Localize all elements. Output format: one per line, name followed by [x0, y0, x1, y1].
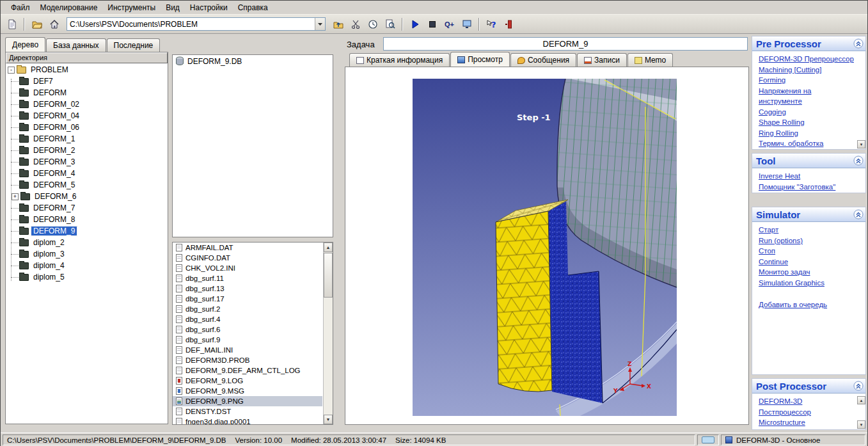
- file-item[interactable]: DENSTY.DST: [173, 406, 322, 417]
- file-item-label[interactable]: dbg_surf.13: [185, 285, 225, 292]
- menu-item[interactable]: Вид: [161, 2, 185, 13]
- file-item[interactable]: dbg_surf.17: [173, 294, 322, 304]
- exit-button[interactable]: [501, 17, 516, 31]
- collapse-chevron-icon[interactable]: [853, 209, 864, 219]
- tree-item[interactable]: diplom_4: [6, 260, 168, 271]
- up-one-level-button[interactable]: [331, 17, 345, 31]
- tree-item-label[interactable]: DEFORM_6: [33, 192, 78, 201]
- file-item[interactable]: DEFORM_9.MSG: [173, 386, 322, 396]
- tree-expand-icon[interactable]: [12, 193, 19, 200]
- menu-item[interactable]: Моделирование: [35, 2, 103, 13]
- panel-link[interactable]: Добавить в очередь: [759, 299, 827, 310]
- file-item[interactable]: dbg_surf.4: [173, 314, 322, 324]
- file-item-label[interactable]: DEFORM_9.MSG: [185, 387, 244, 395]
- tree-item-label[interactable]: DEFORM_06: [31, 123, 81, 132]
- menu-item[interactable]: Инструменты: [102, 2, 161, 13]
- tree-item-label[interactable]: DEFORM_2: [31, 146, 77, 155]
- panel-link[interactable]: DEFORM-3D Постпроцессор: [759, 396, 856, 417]
- file-item-label[interactable]: DEFORM_9.DEF_ARM_CTL_LOG: [185, 367, 301, 374]
- file-item[interactable]: dbg_surf.2: [173, 304, 322, 314]
- tree-item-label[interactable]: DEFORM_7: [31, 203, 77, 212]
- panel-link[interactable]: Forming: [759, 75, 785, 86]
- file-item[interactable]: dbg_surf.13: [173, 283, 322, 294]
- section-scroll-down-button[interactable]: ▼: [857, 140, 865, 148]
- tree-item[interactable]: diplom_3: [6, 248, 168, 260]
- tree-item-label[interactable]: DEFORM_8: [31, 215, 77, 224]
- tree-item[interactable]: DEFORM: [6, 87, 168, 99]
- cut-button[interactable]: [348, 17, 363, 31]
- file-list-scrollbar[interactable]: ▲ ▼: [323, 243, 333, 424]
- file-item-label[interactable]: DEFORM_9.PNG: [185, 397, 244, 405]
- tree-item[interactable]: DEFORM_3: [6, 156, 168, 168]
- tree-item-label[interactable]: DEFORM_04: [31, 111, 81, 120]
- file-item[interactable]: DEF_MAIL.INI: [173, 345, 322, 355]
- tree-item[interactable]: DEFORM_1: [6, 133, 168, 145]
- tree-item-label[interactable]: diplom_4: [31, 261, 67, 270]
- file-item-label[interactable]: dbg_surf.17: [185, 295, 225, 303]
- panel-link[interactable]: Simulation Graphics: [759, 278, 825, 289]
- tree-collapse-icon[interactable]: [8, 67, 15, 74]
- file-item-label[interactable]: ARMFAIL.DAT: [185, 244, 233, 251]
- tree-item-label[interactable]: diplom_3: [31, 250, 67, 259]
- tree-item[interactable]: DEFORM_4: [6, 168, 168, 179]
- tree-item[interactable]: DEFORM_04: [6, 110, 168, 122]
- panel-link[interactable]: Ring Rolling: [759, 128, 798, 139]
- view-tab[interactable]: Краткая информация: [349, 53, 450, 67]
- file-item[interactable]: fngen3d.diag.p0001: [173, 417, 322, 424]
- context-help-button[interactable]: ?: [484, 17, 499, 31]
- tree-item-label[interactable]: DEFORM_02: [31, 100, 81, 109]
- panel-link[interactable]: Cogging: [759, 107, 786, 118]
- section-header[interactable]: Simulator: [752, 207, 865, 222]
- file-item-label[interactable]: CHK_VOL2.INI: [185, 264, 235, 272]
- simulation-time-button[interactable]: [365, 17, 380, 31]
- collapse-chevron-icon[interactable]: [853, 381, 864, 391]
- panel-link[interactable]: Machining [Cutting]: [759, 65, 821, 76]
- collapse-chevron-icon[interactable]: [853, 38, 864, 49]
- file-item[interactable]: CGINFO.DAT: [173, 253, 322, 263]
- preview-button[interactable]: [383, 17, 397, 31]
- panel-link[interactable]: Shape Rolling: [759, 117, 805, 128]
- section-header[interactable]: Post Processor: [752, 379, 865, 394]
- file-item-label[interactable]: dbg_surf.9: [185, 336, 220, 344]
- tree-item[interactable]: DEFORM_6: [6, 191, 168, 202]
- scroll-down-button[interactable]: ▼: [324, 415, 333, 424]
- panel-link[interactable]: Старт: [759, 225, 778, 235]
- file-item[interactable]: DEFORM3D.PROB: [173, 355, 322, 365]
- tree-item-label[interactable]: DEFORM_1: [31, 134, 77, 143]
- menu-item[interactable]: Настройки: [185, 2, 233, 13]
- database-item[interactable]: DEFORM_9.DB: [173, 55, 333, 67]
- scroll-thumb[interactable]: [324, 253, 333, 298]
- run-button[interactable]: [407, 17, 422, 31]
- tree-column-header[interactable]: Директория: [6, 52, 168, 63]
- tree-item-label[interactable]: DEFORM: [31, 88, 68, 97]
- file-item[interactable]: CHK_VOL2.INI: [173, 263, 322, 273]
- path-combobox[interactable]: C:\Users\PSV\Documents\PROBLEM: [67, 17, 326, 31]
- batch-monitor-button[interactable]: [459, 17, 474, 31]
- tree-root-item[interactable]: PROBLEM: [6, 64, 168, 76]
- tree-item[interactable]: DEFORM_9: [6, 225, 168, 237]
- combo-dropdown-button[interactable]: [315, 18, 325, 30]
- file-item-label[interactable]: DEFORM_9.LOG: [185, 377, 243, 385]
- file-item[interactable]: ARMFAIL.DAT: [173, 243, 322, 253]
- add-to-queue-button[interactable]: Q+: [442, 17, 457, 31]
- panel-link[interactable]: Run (options): [759, 235, 803, 246]
- panel-link[interactable]: Стоп: [759, 246, 775, 257]
- file-item-label[interactable]: DENSTY.DST: [185, 408, 231, 415]
- database-item-label[interactable]: DEFORM_9.DB: [187, 57, 242, 66]
- tree-item-label[interactable]: DEFORM_4: [31, 169, 77, 178]
- left-tab[interactable]: Последние: [107, 38, 161, 52]
- section-scroll-down-button[interactable]: ▼: [857, 420, 865, 429]
- file-item-label[interactable]: DEF_MAIL.INI: [185, 346, 233, 354]
- file-item[interactable]: dbg_surf.9: [173, 335, 322, 345]
- tree-item[interactable]: diplom_5: [6, 271, 168, 283]
- tree-item[interactable]: DEFORM_06: [6, 122, 168, 133]
- file-item[interactable]: dbg_surf.11: [173, 273, 322, 283]
- file-item[interactable]: DEFORM_9.PNG: [173, 396, 322, 406]
- tree-item[interactable]: DEFORM_8: [6, 214, 168, 225]
- file-item[interactable]: DEFORM_9.LOG: [173, 376, 322, 386]
- tree-item-label[interactable]: DEF7: [31, 77, 55, 86]
- panel-link[interactable]: Напряжения на инструменте: [759, 86, 856, 107]
- tree-item-label[interactable]: DEFORM_5: [31, 180, 77, 189]
- panel-link[interactable]: Microstructure: [759, 417, 805, 428]
- tree-item-label[interactable]: diplom_5: [31, 273, 67, 282]
